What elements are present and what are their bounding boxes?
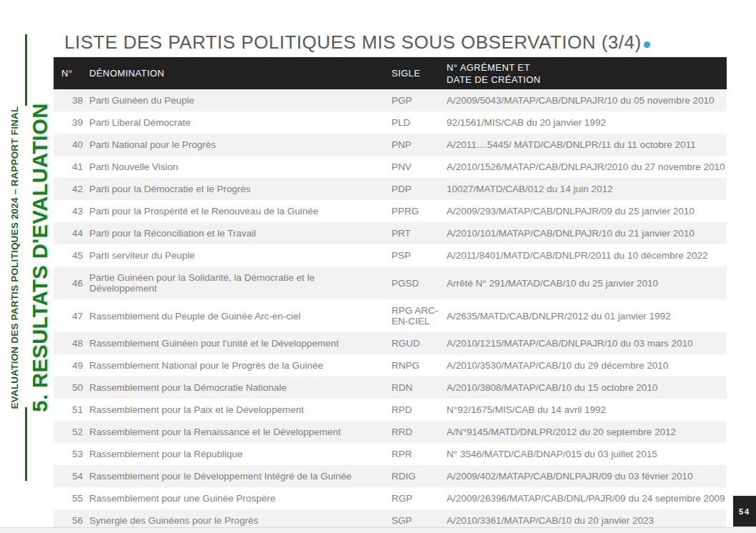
row-number: 42 [54, 178, 89, 200]
party-name: Parti pour la Démocratie et le Progrès [89, 178, 392, 200]
row-number: 38 [54, 89, 89, 111]
party-agrement: N°92/1675/MIS/CAB du 14 avril 1992 [447, 399, 727, 421]
table-row: 54 Rassemblement pour le Développement I… [54, 465, 727, 487]
party-name: Rassemblement Guinéen pour l'unité et le… [89, 332, 392, 354]
party-sigle: PSP [392, 244, 447, 266]
table-header: N° DÉNOMINATION SIGLE N° AGRÉMENT ET DAT… [54, 57, 727, 89]
row-number: 39 [54, 111, 89, 134]
table-row: 47 Rassemblement du Peuple de Guinée Arc… [54, 299, 727, 332]
party-sigle: RGUD [392, 332, 447, 354]
party-agrement: A/2011....5445/ MATD/CAB/DNLPR/11 du 11 … [447, 134, 727, 156]
party-sigle: PDP [392, 178, 447, 200]
table-row: 55 Rassemblement pour une Guinée Prospèr… [54, 487, 727, 509]
row-number: 47 [54, 299, 89, 332]
party-name: Rassemblement du Peuple de Guinée Arc-en… [89, 299, 392, 332]
row-number: 54 [54, 465, 89, 487]
party-agrement: 92/1561/MIS/CAB du 20 janvier 1992 [447, 111, 727, 134]
party-agrement: A/2011/8401/MATD/CAB/DNLPR/2011 du 10 dé… [447, 244, 727, 266]
party-name: Rassemblement pour la Démocratie Nationa… [89, 377, 392, 399]
table-row: 45 Parti serviteur du Peuple PSP A/2011/… [54, 244, 727, 266]
page-number-badge: 54 [733, 496, 756, 527]
row-number: 44 [54, 222, 89, 244]
row-number: 40 [54, 134, 89, 156]
parties-table: N° DÉNOMINATION SIGLE N° AGRÉMENT ET DAT… [54, 57, 727, 532]
party-sigle: RRD [392, 421, 447, 443]
col-header-denomination: DÉNOMINATION [89, 57, 392, 89]
row-number: 46 [54, 266, 89, 299]
party-name: Rassemblement pour la Renaissance et le … [89, 421, 392, 443]
row-number: 51 [54, 399, 89, 421]
party-sigle: RPR [392, 443, 447, 465]
row-number: 45 [54, 244, 89, 266]
row-number: 52 [54, 421, 89, 443]
table-row: 42 Parti pour la Démocratie et le Progrè… [54, 178, 727, 200]
party-name: Parti National pour le Progrès [89, 134, 392, 156]
table-row: 40 Parti National pour le Progrès PNP A/… [54, 134, 727, 156]
party-name: Rassemblement pour la République [89, 443, 392, 465]
page-title-text: LISTE DES PARTIS POLITIQUES MIS SOUS OBS… [64, 31, 642, 53]
table-row: 46 Partie Guinéen pour la Solidarité, la… [54, 266, 727, 299]
slide-bottom-edge [0, 527, 756, 533]
party-sigle: PPRG [392, 200, 447, 222]
row-number: 41 [54, 156, 89, 178]
party-sigle: PLD [392, 111, 447, 134]
row-number: 48 [54, 332, 89, 354]
party-agrement: 10027/MATD/CAB/012 du 14 juin 2012 [447, 178, 727, 200]
party-name: Parti Nouvelle Vision [89, 156, 392, 178]
party-sigle: PRT [392, 222, 447, 244]
table-row: 41 Parti Nouvelle Vision PNV A/2010/1526… [54, 156, 727, 178]
col-header-sigle: SIGLE [392, 57, 447, 89]
party-name: Parti pour la Prospérité et le Renouveau… [89, 200, 392, 222]
party-agrement: N° 3546/MATD/CAB/DNAP/015 du 03 juillet … [447, 443, 727, 465]
party-agrement: A/2010/3530/MATAP/CAB/10 du 29 décembre … [447, 354, 727, 377]
table-row: 39 Parti Liberal Démocrate PLD 92/1561/M… [54, 111, 727, 134]
party-agrement: A/2009/402/MATAP/CAB/DNLPAJR/09 du 03 fé… [447, 465, 727, 487]
row-number: 49 [54, 354, 89, 377]
col-header-num: N° [54, 57, 89, 89]
table-row: 38 Parti Guinéen du Peuple PGP A/2009/50… [54, 89, 727, 111]
row-number: 53 [54, 443, 89, 465]
party-name: Parti Liberal Démocrate [89, 111, 392, 134]
table-row: 49 Rassemblement National pour le Progrè… [54, 354, 727, 377]
party-agrement: A/2635/MATD/CAB/DNLPR/2012 du 01 janvier… [447, 299, 727, 332]
table-row: 51 Rassemblement pour la Paix et le Déve… [54, 399, 727, 421]
col-header-agrement: N° AGRÉMENT ET DATE DE CRÉATION [447, 57, 727, 89]
party-agrement: A/2009/26396/MATAP/CAB/DNL/PAJR/09 du 24… [447, 487, 727, 509]
party-name: Rassemblement pour le Développement Inté… [89, 465, 392, 487]
party-name: Parti serviteur du Peuple [89, 244, 392, 266]
page-title: LISTE DES PARTIS POLITIQUES MIS SOUS OBS… [64, 31, 722, 56]
party-name: Parti Guinéen du Peuple [89, 89, 392, 111]
title-accent-dot [644, 41, 650, 48]
table-row: 44 Parti pour la Réconciliation et le Tr… [54, 222, 727, 244]
party-name: Partie Guinéen pour la Solidarité, la Dé… [89, 266, 392, 299]
party-agrement: A/N°9145/MATD/DNLPR/2012 du 20 septembre… [447, 421, 727, 443]
row-number: 43 [54, 200, 89, 222]
party-sigle: RGP [392, 487, 447, 509]
party-agrement: A/2009/5043/MATAP/CAB/DNLPAJR/10 du 05 n… [447, 89, 727, 111]
party-agrement: A/2010/101/MATAP/CAB/DNLPAJR/10 du 21 ja… [447, 222, 727, 244]
party-name: Rassemblement National pour le Progrès d… [89, 354, 392, 377]
party-name: Rassemblement pour la Paix et le Dévelop… [89, 399, 392, 421]
sidebar-report-label: EVALUATION DES PARTIS POLITIQUES 2024 – … [9, 34, 21, 481]
row-number: 55 [54, 487, 89, 509]
table-body: 38 Parti Guinéen du Peuple PGP A/2009/50… [54, 89, 727, 532]
page-number: 54 [739, 507, 750, 516]
party-name: Parti pour la Réconciliation et le Trava… [89, 222, 392, 244]
party-agrement: A/2010/3808/MATAP/CAB/10 du 15 octobre 2… [447, 377, 727, 399]
row-number: 50 [54, 377, 89, 399]
party-sigle: RDIG [392, 465, 447, 487]
table-row: 50 Rassemblement pour la Démocratie Nati… [54, 377, 727, 399]
table-row: 53 Rassemblement pour la République RPR … [54, 443, 727, 465]
sidebar-section-label: 5. RESULTATS D'EVALUATION [24, 34, 57, 481]
table-row: 43 Parti pour la Prospérité et le Renouv… [54, 200, 727, 222]
party-sigle: PGP [392, 89, 447, 111]
party-sigle: PNV [392, 156, 447, 178]
party-sigle: PGSD [392, 266, 447, 299]
party-agrement: A/2009/293/MATAP/CAB/DNLPAJR/09 du 25 ja… [447, 200, 727, 222]
party-name: Rassemblement pour une Guinée Prospère [89, 487, 392, 509]
party-agrement: A/2010/1215/MATAP/CAB/DNLPAJR/10 du 03 m… [447, 332, 727, 354]
table-row: 48 Rassemblement Guinéen pour l'unité et… [54, 332, 727, 354]
party-agrement: Arrêté N° 291/MATAD/CAB/10 du 25 janvier… [447, 266, 727, 299]
party-sigle: RPG ARC-EN-CIEL [392, 299, 447, 332]
party-sigle: RDN [392, 377, 447, 399]
